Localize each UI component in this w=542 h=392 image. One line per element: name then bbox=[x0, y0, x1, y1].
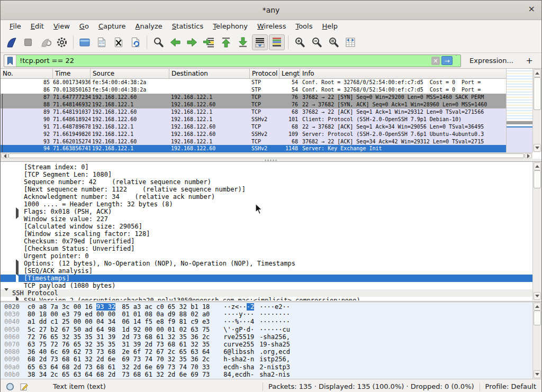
packet-row-90[interactable]: 9071.648618924192.168.122.60192.168.122.… bbox=[1, 115, 508, 123]
reload-file-icon[interactable] bbox=[128, 34, 143, 50]
capture-comment-icon[interactable] bbox=[20, 382, 29, 391]
go-to-packet-icon[interactable] bbox=[201, 34, 217, 50]
add-filter-button[interactable]: + bbox=[521, 56, 538, 66]
stop-capture-icon[interactable] bbox=[20, 34, 36, 50]
packet-row-92[interactable]: 9271.661949820192.168.122.1192.168.122.6… bbox=[1, 130, 508, 138]
filter-clear-icon[interactable]: × bbox=[431, 57, 440, 65]
detail-line[interactable]: SSH Version 2 (encryption:chacha20-poly1… bbox=[1, 297, 532, 300]
title-bar[interactable]: *any × bbox=[1, 1, 541, 20]
detail-line[interactable]: [Timestamps] bbox=[1, 275, 532, 282]
capture-options-icon[interactable] bbox=[54, 34, 70, 50]
scroll-down-icon[interactable] bbox=[534, 292, 541, 300]
hex-row-0060[interactable]: 006072 76 65 32 35 35 31 392d 73 68 61 3… bbox=[1, 333, 532, 341]
detail-line[interactable]: Window size value: 227 bbox=[1, 215, 532, 223]
hex-row-00a0[interactable]: 00a065 63 64 68 2d 73 68 6132 2d 6e 69 7… bbox=[1, 363, 532, 371]
scroll-right-icon[interactable] bbox=[525, 153, 532, 158]
packet-list-minimap[interactable] bbox=[506, 69, 532, 152]
column-header-length[interactable]: Length bbox=[279, 69, 300, 78]
resize-columns-icon[interactable] bbox=[342, 34, 358, 50]
detail-line[interactable]: [TCP Segment Len: 1080] bbox=[1, 171, 532, 178]
detail-line[interactable]: [Next sequence number: 1122 (relative se… bbox=[1, 186, 532, 193]
previous-packet-icon[interactable] bbox=[167, 34, 183, 50]
scroll-thumb[interactable] bbox=[534, 77, 541, 110]
hex-row-0030[interactable]: 003080 18 00 e3 79 ed 00 0001 01 08 0a d… bbox=[1, 311, 532, 318]
hex-row-0090[interactable]: 009068 2d 73 68 61 32 2d 6e69 73 74 70 3… bbox=[1, 355, 532, 363]
expert-info-icon[interactable] bbox=[6, 382, 14, 391]
scroll-up-icon[interactable] bbox=[534, 69, 541, 77]
detail-line[interactable]: Sequence number: 42 (relative sequence n… bbox=[1, 178, 532, 186]
detail-line[interactable]: SSH Protocol bbox=[1, 289, 532, 297]
first-packet-icon[interactable] bbox=[218, 34, 234, 50]
detail-line[interactable]: Checksum: 0x79ed [unverified] bbox=[1, 238, 532, 245]
menu-view[interactable]: View bbox=[49, 21, 75, 32]
hex-row-0050[interactable]: 00505c 27 b2 67 50 ad 64 981d 92 00 00 0… bbox=[1, 326, 532, 333]
detail-line[interactable]: Options: (12 bytes), No-Operation (NOP),… bbox=[1, 260, 532, 267]
detail-line[interactable]: [SEQ/ACK analysis] bbox=[1, 267, 532, 275]
detail-line[interactable]: [Calculated window size: 29056] bbox=[1, 223, 532, 230]
next-packet-icon[interactable] bbox=[184, 34, 200, 50]
column-header-destination[interactable]: Destination bbox=[169, 69, 250, 78]
column-header-source[interactable]: Source bbox=[91, 69, 169, 78]
scroll-left-icon[interactable] bbox=[1, 153, 8, 158]
scroll-up-icon[interactable] bbox=[534, 162, 541, 170]
restart-capture-icon[interactable] bbox=[37, 34, 53, 50]
menu-wireless[interactable]: Wireless bbox=[252, 21, 291, 32]
open-file-icon[interactable] bbox=[77, 34, 93, 50]
zoom-100-icon[interactable] bbox=[326, 34, 341, 50]
filter-bookmark-icon[interactable] bbox=[4, 55, 16, 67]
profile-selector[interactable]: Profile: Default bbox=[485, 382, 541, 390]
last-packet-icon[interactable] bbox=[235, 34, 251, 50]
detail-line[interactable]: Flags: 0x018 (PSH, ACK) bbox=[1, 208, 532, 215]
filter-text[interactable]: !tcp.port == 22 bbox=[16, 57, 431, 65]
menu-help[interactable]: Help bbox=[317, 21, 342, 32]
detail-line[interactable]: [Stream index: 0] bbox=[1, 163, 532, 171]
packet-list-hscrollbar[interactable] bbox=[1, 152, 532, 159]
colorize-toggle-icon[interactable] bbox=[269, 34, 285, 50]
packet-row-93[interactable]: 9371.662015274192.168.122.60192.168.122.… bbox=[1, 138, 508, 145]
close-file-icon[interactable] bbox=[111, 34, 127, 50]
column-header-info[interactable]: Info bbox=[300, 69, 508, 78]
detail-line[interactable]: 1000 .... = Header Length: 32 bytes (8) bbox=[1, 200, 532, 208]
zoom-out-icon[interactable] bbox=[309, 34, 324, 50]
packet-row-91[interactable]: 9171.648789678192.168.122.1192.168.122.6… bbox=[1, 123, 508, 130]
scroll-thumb[interactable] bbox=[8, 153, 524, 158]
close-icon[interactable]: × bbox=[528, 5, 535, 13]
start-capture-icon[interactable] bbox=[3, 34, 19, 50]
zoom-in-icon[interactable] bbox=[292, 34, 308, 50]
detail-line[interactable]: [Window size scaling factor: 128] bbox=[1, 230, 532, 238]
menu-edit[interactable]: Edit bbox=[26, 21, 49, 32]
packet-row-85[interactable]: 8568.001734936fe:54:00:d4:38:2aSTP54Conf… bbox=[1, 79, 508, 86]
menu-capture[interactable]: Capture bbox=[94, 21, 131, 32]
menu-statistics[interactable]: Statistics bbox=[167, 21, 208, 32]
column-header-protocol[interactable]: Protocol bbox=[250, 69, 279, 78]
expression-button[interactable]: Expression... bbox=[469, 57, 513, 65]
detail-line[interactable]: Acknowledgment number: 34 (relative ack … bbox=[1, 193, 532, 200]
hex-row-0040[interactable]: 0040a1 dd c1 25 00 00 04 3406 14 f5 e8 f… bbox=[1, 318, 532, 325]
bytes-vscrollbar[interactable] bbox=[532, 302, 541, 379]
menu-telephony[interactable]: Telephony bbox=[208, 21, 252, 32]
auto-scroll-toggle-icon[interactable] bbox=[252, 34, 268, 50]
menu-go[interactable]: Go bbox=[75, 21, 94, 32]
scroll-up-icon[interactable] bbox=[534, 303, 541, 311]
menu-tools[interactable]: Tools bbox=[291, 21, 317, 32]
display-filter-input[interactable]: !tcp.port == 22 × → bbox=[4, 54, 461, 67]
details-vscrollbar[interactable] bbox=[532, 162, 541, 300]
menu-file[interactable]: File bbox=[5, 21, 26, 32]
detail-line[interactable]: [Checksum Status: Unverified] bbox=[1, 245, 532, 252]
hex-row-0080[interactable]: 008036 40 6c 69 62 73 73 682e 6f 72 67 2… bbox=[1, 348, 532, 355]
detail-line[interactable]: Urgent pointer: 0 bbox=[1, 252, 532, 260]
detail-line[interactable]: TCP payload (1080 bytes) bbox=[1, 282, 532, 289]
save-file-icon[interactable]: 010101100113 bbox=[94, 34, 110, 50]
packet-row-87[interactable]: 8771.647777234192.168.122.60192.168.122.… bbox=[1, 94, 508, 101]
filter-apply-icon[interactable]: → bbox=[441, 56, 453, 65]
packet-list-vscrollbar[interactable] bbox=[532, 69, 541, 152]
packet-row-94[interactable]: 9471.663856741192.168.122.1192.168.122.6… bbox=[1, 145, 508, 152]
filter-dropdown-icon[interactable] bbox=[455, 56, 458, 66]
scroll-down-icon[interactable] bbox=[534, 370, 541, 378]
column-header-no[interactable]: No. bbox=[1, 69, 53, 78]
scroll-thumb[interactable] bbox=[534, 170, 541, 188]
hex-row-0070[interactable]: 007063 75 72 76 65 32 35 3531 39 2d 73 6… bbox=[1, 341, 532, 348]
menu-analyze[interactable]: Analyze bbox=[131, 21, 167, 32]
scroll-thumb[interactable] bbox=[534, 311, 541, 325]
packet-row-89[interactable]: 8971.648191037192.168.122.60192.168.122.… bbox=[1, 108, 508, 116]
